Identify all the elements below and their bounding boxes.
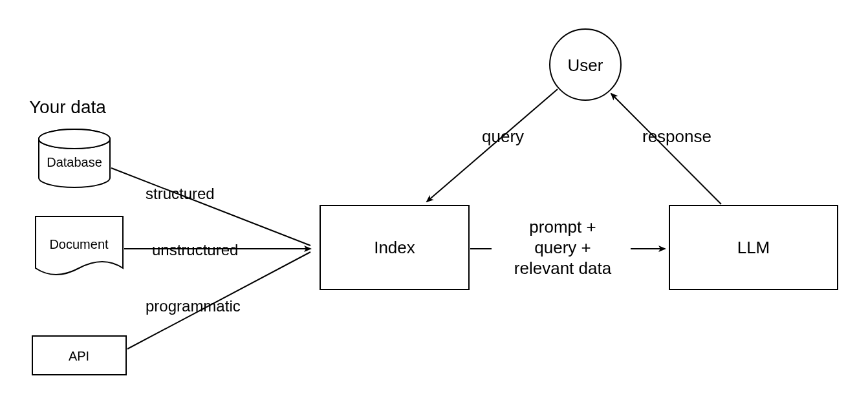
edge-unstructured-label: unstructured — [152, 241, 238, 258]
data-source-edges: structured unstructured programmatic — [111, 168, 310, 349]
edge-response-label: response — [642, 127, 711, 146]
svg-line-10 — [611, 94, 721, 204]
document-node: Document — [36, 216, 123, 275]
svg-line-6 — [111, 168, 310, 246]
database-label: Database — [47, 155, 102, 169]
api-label: API — [69, 349, 89, 363]
llm-label: LLM — [737, 238, 770, 257]
edge-prompt: prompt + query + relevant data — [470, 217, 665, 278]
edge-prompt-line2: query + — [534, 238, 591, 257]
edge-prompt-line1: prompt + — [529, 217, 596, 236]
edge-query: query — [427, 89, 558, 202]
edge-query-label: query — [482, 127, 524, 146]
index-label: Index — [374, 238, 415, 257]
api-node: API — [32, 336, 126, 375]
section-title: Your data — [29, 97, 106, 117]
index-node: Index — [320, 205, 469, 289]
edge-programmatic-label: programmatic — [146, 297, 241, 315]
document-label: Document — [49, 237, 109, 251]
edge-response: response — [611, 94, 721, 204]
user-node: User — [550, 29, 621, 100]
database-node: Database — [39, 129, 110, 187]
diagram-canvas: Your data Database Document API Index LL… — [0, 0, 868, 420]
llm-node: LLM — [669, 205, 838, 289]
edge-prompt-line3: relevant data — [514, 258, 612, 278]
svg-point-1 — [39, 129, 110, 149]
edge-structured-label: structured — [146, 185, 215, 202]
user-label: User — [568, 56, 603, 75]
